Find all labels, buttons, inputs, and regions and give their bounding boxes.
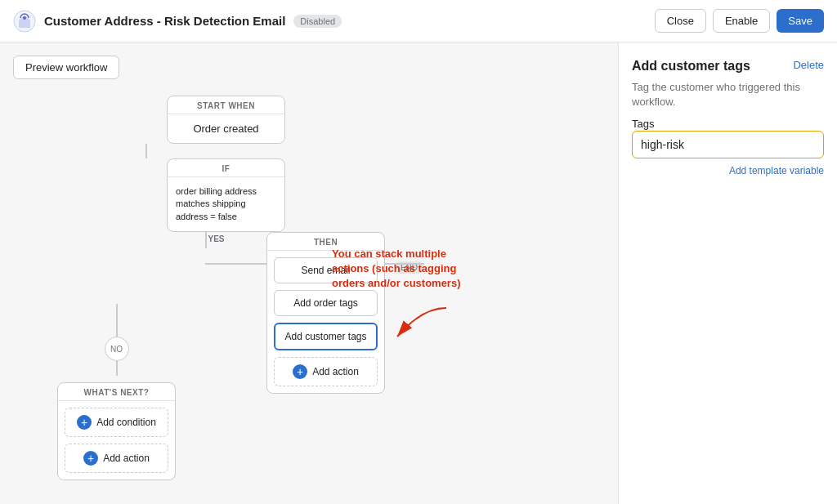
start-when-node[interactable]: START WHEN Order created [167, 96, 285, 144]
if-node[interactable]: IF order billing address matches shippin… [167, 158, 285, 232]
page-title: Customer Address - Risk Detection Email [44, 14, 285, 28]
panel-title: Add customer tags [632, 59, 750, 74]
enable-button[interactable]: Enable [713, 9, 770, 33]
callout-text: You can stack multiple actions (such as … [332, 247, 479, 292]
tags-label: Tags [632, 118, 654, 130]
close-button[interactable]: Close [655, 9, 706, 33]
start-when-content: Order created [168, 114, 284, 143]
preview-workflow-button[interactable]: Preview workflow [13, 56, 119, 79]
add-action-button[interactable]: + Add action [65, 444, 168, 473]
add-action-plus-icon: + [293, 364, 307, 379]
add-customer-tags-action[interactable]: Add customer tags [274, 323, 378, 350]
add-condition-plus-icon: + [77, 415, 92, 430]
panel-header: Add customer tags Delete [632, 59, 824, 74]
whats-next-node: WHAT'S NEXT? + Add condition + Add actio… [57, 382, 176, 480]
add-order-tags-action[interactable]: Add order tags [274, 290, 378, 316]
status-badge: Disabled [293, 15, 342, 28]
add-condition-button[interactable]: + Add condition [65, 408, 168, 437]
workflow-container: START WHEN Order created IF order billin… [13, 96, 605, 480]
add-template-variable-link[interactable]: Add template variable [632, 165, 824, 176]
header-left: Customer Address - Risk Detection Email … [13, 10, 342, 33]
canvas: Preview workflow START WHEN Order create… [0, 42, 618, 504]
if-content: order billing address matches shipping a… [168, 177, 284, 231]
add-action-plus-icon-2: + [83, 451, 98, 466]
yes-label: YES [208, 234, 225, 243]
panel-description: Tag the customer who triggered this work… [632, 80, 824, 109]
callout-arrow [381, 304, 463, 356]
start-when-label: START WHEN [168, 96, 284, 114]
tags-input[interactable] [632, 131, 824, 158]
if-label: IF [168, 159, 284, 177]
app-icon [13, 10, 36, 33]
main: Preview workflow START WHEN Order create… [0, 42, 837, 504]
header-buttons: Close Enable Save [655, 9, 824, 33]
tags-field-group: Tags [632, 116, 824, 158]
panel-delete-button[interactable]: Delete [793, 59, 824, 71]
right-panel: Add customer tags Delete Tag the custome… [618, 42, 837, 504]
save-button[interactable]: Save [777, 9, 824, 33]
then-add-action-button[interactable]: + Add action [274, 357, 378, 386]
header: Customer Address - Risk Detection Email … [0, 0, 837, 42]
svg-point-1 [23, 16, 26, 20]
